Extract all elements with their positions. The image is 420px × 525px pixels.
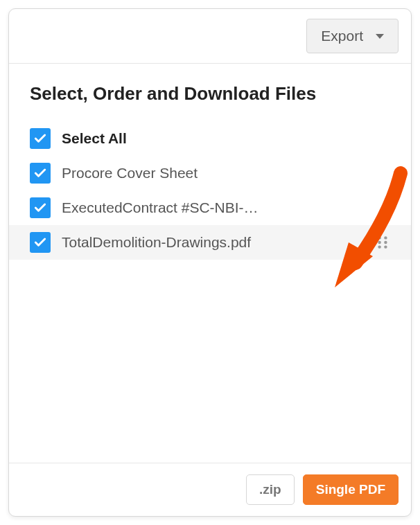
svg-point-2 bbox=[378, 241, 380, 244]
file-label: Procore Cover Sheet bbox=[62, 165, 390, 181]
select-all-label: Select All bbox=[62, 130, 390, 147]
svg-point-0 bbox=[378, 236, 380, 239]
panel-header: Export bbox=[9, 9, 411, 64]
file-checkbox[interactable] bbox=[30, 197, 51, 218]
file-checkbox[interactable] bbox=[30, 232, 51, 253]
select-all-row[interactable]: Select All bbox=[30, 121, 390, 156]
file-checkbox[interactable] bbox=[30, 163, 51, 184]
svg-point-3 bbox=[384, 241, 387, 244]
check-icon bbox=[33, 166, 47, 180]
panel-footer: .zip Single PDF bbox=[9, 463, 411, 516]
svg-point-1 bbox=[384, 236, 387, 239]
export-button[interactable]: Export bbox=[306, 19, 399, 53]
zip-button[interactable]: .zip bbox=[246, 474, 295, 505]
file-label: TotalDemolition-Drawings.pdf bbox=[62, 234, 375, 251]
export-label: Export bbox=[321, 28, 363, 44]
drag-handle-icon[interactable] bbox=[375, 235, 390, 250]
file-list: Select All Procore Cover Sheet ExecutedC… bbox=[30, 121, 390, 260]
check-icon bbox=[33, 201, 47, 215]
svg-point-4 bbox=[378, 245, 380, 248]
file-row[interactable]: TotalDemolition-Drawings.pdf bbox=[9, 225, 411, 260]
download-panel: Export Select, Order and Download Files … bbox=[8, 8, 412, 517]
check-icon bbox=[33, 235, 47, 249]
file-row[interactable]: Procore Cover Sheet bbox=[30, 156, 390, 190]
panel-title: Select, Order and Download Files bbox=[30, 83, 390, 105]
check-icon bbox=[33, 132, 47, 145]
single-pdf-button[interactable]: Single PDF bbox=[303, 474, 399, 505]
file-row[interactable]: ExecutedContract #SC-NBI-… bbox=[30, 190, 390, 225]
svg-point-5 bbox=[384, 245, 387, 248]
select-all-checkbox[interactable] bbox=[30, 128, 51, 149]
chevron-down-icon bbox=[376, 34, 384, 39]
panel-content: Select, Order and Download Files Select … bbox=[9, 64, 411, 463]
file-label: ExecutedContract #SC-NBI-… bbox=[62, 199, 390, 216]
